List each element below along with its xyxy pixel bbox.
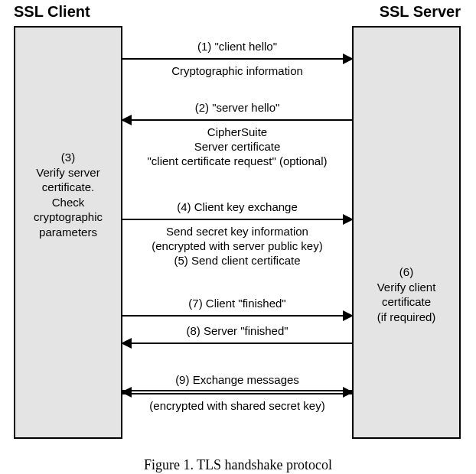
msg1-sublabel: Cryptographic information (122, 64, 352, 79)
arrow-client-finished (122, 310, 352, 321)
msg9-sublabel: (encrypted with shared secret key) (122, 399, 352, 414)
msg4-label: (4) Client key exchange (122, 200, 352, 215)
msg1-label: (1) "client hello" (122, 40, 352, 54)
arrow-client-hello (122, 54, 352, 64)
msg2-sublabel: CipherSuite Server certificate "client c… (122, 125, 352, 168)
figure-caption: Figure 1. TLS handshake protocol (0, 457, 476, 473)
msg4-sublabel: Send secret key information (encrypted w… (122, 225, 352, 268)
msg8-label: (8) Server "finished" (122, 324, 352, 339)
server-lifeline: (6) Verify client certificate (if requir… (352, 26, 461, 439)
arrow-server-finished (122, 338, 352, 349)
arrow-key-exchange (122, 214, 352, 225)
tls-handshake-diagram: SSL Client SSL Server (3) Verify server … (0, 0, 476, 474)
client-header: SSL Client (14, 3, 90, 21)
arrow-exchange-messages (122, 387, 352, 398)
server-header: SSL Server (380, 3, 461, 21)
client-lifeline: (3) Verify server certificate. Check cry… (14, 26, 122, 439)
msg7-label: (7) Client "finished" (122, 297, 352, 311)
client-note-step3: (3) Verify server certificate. Check cry… (15, 150, 121, 239)
server-note-step6: (6) Verify client certificate (if requir… (354, 265, 459, 324)
msg2-label: (2) "server hello" (122, 101, 352, 115)
arrow-server-hello (122, 115, 352, 125)
msg9-label: (9) Exchange messages (122, 373, 352, 388)
